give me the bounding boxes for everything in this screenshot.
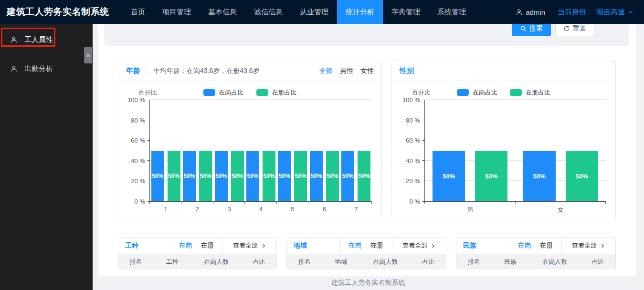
bar-value-label: 50% — [152, 173, 163, 179]
col-onduty-count: 在岗人数 — [529, 258, 581, 266]
bar-value-label: 50% — [247, 173, 258, 179]
legend-item[interactable]: 在册占比 — [510, 88, 550, 97]
chart-header: 百分比在岗占比在册占比 — [392, 88, 615, 97]
person-icon — [10, 36, 18, 43]
filter-all[interactable]: 全部 — [319, 67, 333, 75]
nav-item-dictionary[interactable]: 字典管理 — [383, 0, 429, 24]
nav-item-projects[interactable]: 项目管理 — [154, 0, 200, 24]
nav-item-employment[interactable]: 从业管理 — [291, 0, 337, 24]
x-tick-label: 6 — [308, 206, 340, 213]
bar-value-label: 50% — [295, 173, 306, 179]
y-axis-title: 百分比 — [412, 88, 431, 97]
legend-label: 在岗占比 — [219, 88, 244, 97]
legend-swatch — [510, 89, 522, 96]
bar-value-label: 50% — [168, 173, 179, 179]
legend-item[interactable]: 在册占比 — [256, 88, 297, 97]
bar-value-label: 50% — [263, 173, 274, 179]
identity-value: 隰吉高速 — [596, 8, 625, 17]
x-tick-label: 女 — [516, 206, 606, 214]
nav-item-basic-info[interactable]: 基本信息 — [200, 0, 245, 24]
identity-label: 当前身份： — [558, 8, 593, 17]
bar-value-label: 50% — [359, 173, 370, 179]
legend-item[interactable]: 在岗占比 — [457, 88, 497, 97]
bar-group: 50%50%4 — [245, 100, 276, 201]
filter-male[interactable]: 男性 — [340, 67, 353, 75]
x-tick-label: 5 — [277, 206, 308, 213]
x-tick-label: 3 — [213, 206, 245, 213]
ethnicity-card: 民族 在岗 在册 查看全部 排名 民族 在岗人数 占比 — [456, 237, 616, 269]
plot-area: 0 %20 %40 %60 %80 %100 %50%50%男50%50%女 — [424, 100, 606, 202]
sidebar-item-worker-attributes[interactable]: 工人属性 — [0, 30, 93, 49]
col-ratio: 占比 — [581, 258, 615, 266]
col-ratio: 占比 — [242, 258, 276, 266]
ethnicity-table-header: 排名 民族 在岗人数 占比 — [456, 254, 615, 269]
bar: 50% — [475, 151, 507, 202]
y-tick-label: 80 % — [406, 117, 420, 124]
average-age-text: 平均年龄：在岗43.6岁，在册43.6岁 — [153, 67, 260, 75]
sidebar-item-attendance-analysis[interactable]: 出勤分析 — [0, 59, 93, 78]
legend-label: 在册占比 — [526, 88, 550, 97]
view-all-link[interactable]: 查看全部 — [392, 238, 446, 254]
plot-area: 0 %20 %40 %60 %80 %100 %50%50%150%50%250… — [149, 100, 372, 202]
view-all-link[interactable]: 查看全部 — [223, 238, 276, 254]
bar: 50% — [231, 151, 244, 202]
sidebar-collapse-button[interactable]: « — [84, 47, 92, 63]
bar-value-label: 50% — [443, 172, 455, 179]
bar: 50% — [326, 151, 339, 202]
y-tick-label: 20 % — [406, 177, 420, 185]
tab-onduty[interactable]: 在岗 — [179, 241, 192, 250]
tab-onduty[interactable]: 在岗 — [518, 241, 531, 250]
bar: 50% — [523, 151, 556, 202]
nav-item-home[interactable]: 首页 — [122, 0, 154, 24]
person-icon — [10, 65, 18, 72]
chevron-right-icon — [600, 243, 605, 249]
region-card-title: 地域 — [287, 238, 340, 254]
y-tick-label: 100 % — [127, 96, 145, 104]
bar-group: 50%50%7 — [340, 100, 372, 201]
tab-registered[interactable]: 在册 — [540, 241, 553, 250]
tab-registered[interactable]: 在册 — [201, 241, 214, 250]
worktype-card-header: 工种 在岗 在册 查看全部 — [118, 238, 276, 254]
nav-item-credit-info[interactable]: 诚信信息 — [245, 0, 291, 24]
worktype-card-title: 工种 — [118, 238, 170, 254]
view-all-link[interactable]: 查看全部 — [562, 238, 615, 254]
scrollbar-track[interactable] — [636, 24, 644, 290]
bar: 50% — [278, 151, 291, 202]
y-tick-label: 40 % — [406, 157, 420, 165]
bar: 50% — [341, 151, 354, 202]
legend-label: 在册占比 — [272, 88, 297, 97]
bar-group: 50%50%5 — [277, 100, 308, 201]
worktype-card: 工种 在岗 在册 查看全部 排名 工种 在岗人数 占比 — [118, 237, 277, 269]
filter-female[interactable]: 女性 — [360, 67, 374, 75]
col-rank: 排名 — [456, 258, 491, 266]
x-tick-label: 7 — [340, 206, 372, 213]
user-menu[interactable]: admin — [516, 8, 545, 16]
tab-onduty[interactable]: 在岗 — [348, 241, 362, 250]
col-ratio: 占比 — [411, 258, 446, 266]
y-tick-label: 60 % — [131, 137, 145, 144]
gender-card-header: 性别 — [392, 61, 615, 81]
gender-filter-group: 全部 男性 女性 — [319, 67, 374, 75]
search-icon — [520, 25, 527, 32]
legend-item[interactable]: 在岗占比 — [203, 88, 244, 97]
top-navbar: 建筑工人劳务实名制系统 首页 项目管理 基本信息 诚信信息 从业管理 统计分析 … — [0, 0, 644, 24]
bar-group: 50%50%6 — [308, 100, 340, 201]
worktype-tabs: 在岗 在册 — [170, 238, 223, 254]
bar-value-label: 50% — [200, 173, 211, 179]
tab-registered[interactable]: 在册 — [370, 241, 384, 250]
bar: 50% — [310, 151, 323, 202]
bar-group: 50%50%1 — [150, 100, 181, 201]
bar-group: 50%50%2 — [181, 100, 213, 201]
bar: 50% — [168, 151, 180, 202]
identity-dropdown[interactable]: 当前身份： 隰吉高速 — [558, 8, 633, 17]
bar: 50% — [246, 151, 259, 202]
nav-item-system[interactable]: 系统管理 — [429, 0, 475, 24]
nav-item-statistics[interactable]: 统计分析 — [337, 0, 383, 24]
bar-value-label: 50% — [279, 173, 290, 179]
y-tick-label: 80 % — [131, 117, 145, 124]
col-worktype: 工种 — [153, 258, 191, 266]
sidebar-item-label: 工人属性 — [24, 35, 53, 44]
bar-value-label: 50% — [310, 173, 322, 179]
bar-value-label: 50% — [327, 173, 338, 179]
age-chart: 百分比在岗占比在册占比0 %20 %40 %60 %80 %100 %50%50… — [118, 81, 381, 220]
